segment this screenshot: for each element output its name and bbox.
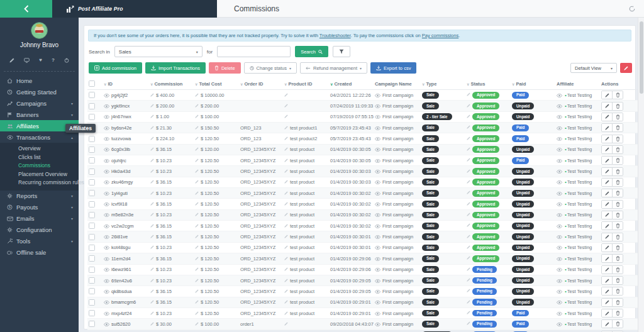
eye-icon[interactable] [557,323,562,326]
sidebar-item-reports[interactable]: Reports ▾ [0,191,79,202]
inline-edit-icon[interactable] [284,136,288,140]
sort-icon[interactable]: ∨ [104,82,106,86]
eye-icon[interactable] [557,202,562,206]
eye-icon[interactable] [104,290,109,294]
inline-edit-icon[interactable] [284,300,288,304]
inline-edit-icon[interactable] [195,300,199,304]
paid-badge[interactable]: Unpaid [512,245,534,252]
filter-button[interactable] [333,46,350,57]
edit-row-button[interactable] [602,157,612,164]
type-badge[interactable]: Sale [422,146,439,153]
paid-badge[interactable]: Paid [512,135,529,142]
scrollbar-thumb[interactable] [640,21,643,94]
sort-icon[interactable]: ∨ [240,82,243,86]
power-icon[interactable] [64,54,69,65]
eye-icon[interactable] [375,224,380,228]
delete-row-button[interactable] [612,179,623,186]
status-badge[interactable]: Approved [472,157,499,164]
paid-badge[interactable]: Unpaid [512,277,534,284]
inline-edit-icon[interactable] [195,126,199,130]
inline-edit-icon[interactable] [195,202,199,206]
status-badge[interactable]: Pending [472,310,497,317]
select-all-checkbox[interactable] [89,80,95,87]
sort-icon[interactable]: ∨ [150,82,153,86]
edit-row-button[interactable] [602,179,612,186]
eye-icon[interactable] [104,279,109,283]
inline-edit-icon[interactable] [467,278,470,282]
view-select[interactable]: Default View▾ [570,63,617,73]
type-badge[interactable]: Sale [422,223,439,230]
column-header-type[interactable]: ∨Type [421,78,465,90]
edit-row-button[interactable] [602,309,612,317]
row-checkbox[interactable] [89,103,95,109]
status-badge[interactable]: Approved [472,190,499,197]
paid-badge[interactable]: Unpaid [512,113,534,120]
inline-edit-icon[interactable] [284,311,288,315]
eye-icon[interactable] [557,246,562,250]
paid-badge[interactable]: Unpaid [512,255,534,262]
edit-row-button[interactable] [602,135,612,143]
eye-icon[interactable] [375,246,380,250]
inline-edit-icon[interactable] [467,256,470,260]
delete-row-button[interactable] [612,189,623,197]
change-status-button[interactable]: Change status ▾ [244,62,297,74]
inline-edit-icon[interactable] [195,322,199,326]
eye-icon[interactable] [104,170,109,174]
column-header-total-cost[interactable]: ∨Total Cost [194,78,239,90]
status-badge[interactable]: Approved [472,201,499,208]
row-checkbox[interactable] [89,234,95,240]
sidebar-item-transactions[interactable]: Transactions ▴ [0,131,79,143]
eye-icon[interactable] [104,246,109,250]
inline-edit-icon[interactable] [195,213,199,216]
delete-row-button[interactable] [612,201,623,208]
status-badge[interactable]: Approved [472,146,499,153]
inline-edit-icon[interactable] [150,114,154,118]
eye-icon[interactable] [104,202,109,206]
status-badge[interactable]: Approved [472,168,499,175]
inline-edit-icon[interactable] [467,136,470,140]
paid-badge[interactable]: Unpaid [512,288,534,295]
eye-icon[interactable] [104,268,109,272]
paid-badge[interactable]: Paid [512,310,529,317]
paid-badge[interactable]: Unpaid [512,168,534,175]
type-badge[interactable]: Sale [422,124,439,131]
eye-icon[interactable] [375,323,380,326]
eye-icon[interactable] [104,213,109,217]
eye-icon[interactable] [557,170,562,174]
sidebar-item-emails[interactable]: Emails ▾ [0,213,79,224]
paid-badge[interactable]: Paid [512,157,529,164]
edit-row-button[interactable] [602,222,612,230]
row-checkbox[interactable] [89,277,95,284]
edit-row-button[interactable] [602,168,612,175]
eye-icon[interactable] [375,279,380,283]
inline-edit-icon[interactable] [467,300,470,304]
inline-edit-icon[interactable] [467,158,470,162]
eye-icon[interactable] [557,312,562,316]
status-badge[interactable]: Approved [472,255,499,262]
sidebar-item-tools[interactable]: Tools ▾ [0,236,79,247]
inline-edit-icon[interactable] [467,169,470,173]
status-badge[interactable]: Pending [472,321,497,328]
eye-icon[interactable] [104,312,109,316]
eye-icon[interactable] [557,115,562,119]
paid-badge[interactable]: Unpaid [512,102,534,109]
inline-edit-icon[interactable] [150,202,154,206]
delete-row-button[interactable] [612,244,623,252]
app-logo[interactable]: Post Affiliate Pro [52,0,217,18]
type-badge[interactable]: Sale [422,288,439,295]
type-badge[interactable]: Sale [422,277,439,284]
column-header-order-id[interactable]: ∨Order ID [239,78,283,90]
inline-edit-icon[interactable] [284,104,288,108]
pencil-icon[interactable] [9,54,14,65]
inline-edit-icon[interactable] [467,191,470,194]
eye-icon[interactable] [375,148,380,152]
inline-edit-icon[interactable] [195,191,199,195]
column-header-created[interactable]: ∨Created [329,78,374,90]
edit-row-button[interactable] [602,211,612,219]
column-header-product-id[interactable]: ∨Product ID [283,78,329,90]
row-checkbox[interactable] [89,114,95,120]
type-badge[interactable]: Sale [422,255,439,262]
eye-icon[interactable] [375,104,380,108]
troubleshooter-link[interactable]: Troubleshooter [319,33,351,38]
inline-edit-icon[interactable] [195,136,199,140]
